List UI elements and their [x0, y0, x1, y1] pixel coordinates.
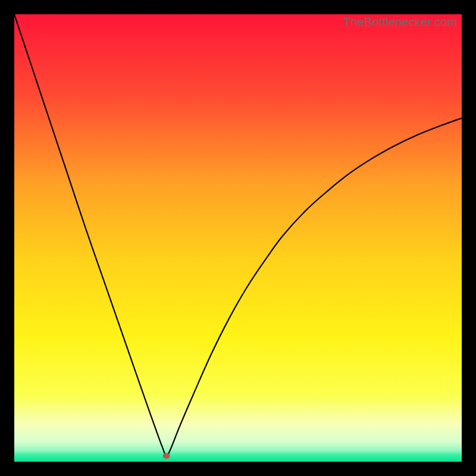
gradient-background [14, 14, 462, 462]
minimum-marker [163, 453, 170, 459]
chart-canvas [14, 14, 462, 462]
watermark-text: TheBottlenecker.com [343, 15, 457, 29]
plot-area: TheBottlenecker.com [14, 14, 462, 462]
chart-frame: TheBottlenecker.com [0, 0, 476, 476]
